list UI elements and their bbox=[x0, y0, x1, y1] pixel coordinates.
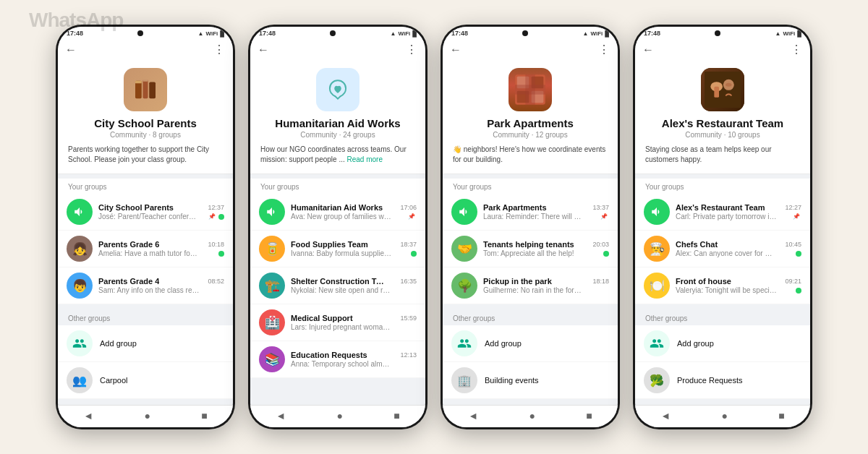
notch bbox=[137, 30, 143, 36]
more-options-button[interactable]: ⋮ bbox=[213, 43, 226, 56]
status-icons: ▲WiFi█ bbox=[198, 30, 224, 37]
phone-screen: 17:48 ▲WiFi█ ← ⋮ bbox=[635, 27, 810, 427]
group-preview: Valeryia: Tonight will be special! bbox=[676, 286, 777, 294]
community-header: Alex's Restaurant Team Community · 10 gr… bbox=[635, 61, 810, 174]
add-group-item[interactable]: Add group bbox=[443, 325, 618, 362]
community-name: Alex's Restaurant Team bbox=[645, 117, 800, 129]
community-description: How our NGO coordinates across teams. Ou… bbox=[260, 145, 415, 165]
group-item[interactable]: Alex's Restaurant Team 12:27 Carl: Priva… bbox=[635, 194, 810, 231]
other-groups-section: Other groups Add group 🏢 Building events bbox=[443, 309, 618, 399]
back-button[interactable]: ← bbox=[65, 43, 77, 56]
nav-recent-button[interactable]: ■ bbox=[778, 410, 784, 421]
status-bar: 17:48 ▲WiFi█ bbox=[443, 27, 618, 38]
group-name: Alex's Restaurant Team bbox=[676, 203, 765, 212]
group-item[interactable]: 👨‍🍳 Chefs Chat 10:45 Alex: Can anyone co… bbox=[635, 231, 810, 267]
group-item[interactable]: 🏥 Medical Support 15:59 Lars: Injured pr… bbox=[250, 304, 425, 341]
nav-back-button[interactable]: ◄ bbox=[660, 410, 671, 421]
scrollable-content[interactable]: Your groups City School Parents 12:37 Jo… bbox=[58, 179, 233, 405]
nav-back-button[interactable]: ◄ bbox=[468, 410, 478, 421]
svg-rect-0 bbox=[135, 81, 142, 99]
back-button[interactable]: ← bbox=[258, 43, 269, 56]
group-name: Chefs Chat bbox=[676, 240, 718, 249]
back-button[interactable]: ← bbox=[450, 43, 461, 56]
svg-rect-12 bbox=[705, 72, 741, 108]
more-options-button[interactable]: ⋮ bbox=[791, 43, 803, 56]
group-time: 09:21 bbox=[785, 278, 801, 285]
group-item[interactable]: City School Parents 12:37 José: Parent/T… bbox=[58, 194, 233, 231]
nav-home-button[interactable]: ● bbox=[336, 410, 342, 421]
group-name: Front of house bbox=[676, 277, 731, 286]
nav-recent-button[interactable]: ■ bbox=[393, 410, 399, 421]
your-groups-label: Your groups bbox=[250, 179, 425, 194]
group-item[interactable]: 🌳 Pickup in the park 18:18 Guilherme: No… bbox=[443, 267, 618, 304]
community-subtitle: Community · 12 groups bbox=[453, 131, 608, 139]
back-button[interactable]: ← bbox=[642, 43, 654, 56]
notch bbox=[330, 30, 336, 36]
group-list: Alex's Restaurant Team 12:27 Carl: Priva… bbox=[635, 194, 810, 304]
group-item[interactable]: 📚 Education Requests 12:13 Anna: Tempora… bbox=[250, 341, 425, 378]
more-options-button[interactable]: ⋮ bbox=[598, 43, 610, 56]
top-bar: ← ⋮ bbox=[443, 38, 618, 61]
group-preview: Ivanna: Baby formula supplies running ..… bbox=[291, 249, 392, 257]
group-name: Tenants helping tenants bbox=[483, 240, 574, 249]
other-groups-section: Other groups Add group 🥦 Produce Request… bbox=[635, 309, 810, 399]
group-time: 10:18 bbox=[208, 241, 224, 248]
bottom-navigation: ◄ ● ■ bbox=[58, 405, 233, 427]
group-item[interactable]: 🍽️ Front of house 09:21 Valeryia: Tonigh… bbox=[635, 267, 810, 304]
status-time: 17:48 bbox=[644, 30, 660, 37]
nav-back-button[interactable]: ◄ bbox=[83, 410, 93, 421]
group-item[interactable]: 🥫 Food Supplies Team 18:37 Ivanna: Baby … bbox=[250, 231, 425, 267]
group-preview: Sam: Any info on the class recital? bbox=[98, 286, 200, 294]
other-groups-section: Other groups Add group 👥 Carpool bbox=[58, 309, 233, 399]
group-item[interactable]: 👦 Parents Grade 4 08:52 Sam: Any info on… bbox=[58, 267, 233, 304]
read-more-link[interactable]: Read more bbox=[347, 155, 383, 163]
bottom-navigation: ◄ ● ■ bbox=[635, 405, 810, 427]
nav-home-button[interactable]: ● bbox=[529, 410, 535, 421]
group-preview: Amelia: Have a math tutor for the... bbox=[98, 249, 200, 257]
bottom-navigation: ◄ ● ■ bbox=[443, 405, 618, 427]
group-item[interactable]: 👧 Parents Grade 6 10:18 Amelia: Have a m… bbox=[58, 231, 233, 267]
group-time: 18:18 bbox=[592, 278, 609, 285]
scrollable-content[interactable]: Your groups Park Apartments 13:37 Laura:… bbox=[443, 179, 618, 405]
group-name: Medical Support bbox=[291, 314, 353, 322]
other-group-label: Produce Requests bbox=[677, 376, 743, 385]
group-item[interactable]: 🤝 Tenants helping tenants 20:03 Tom: App… bbox=[443, 231, 618, 267]
phones-container: 17:48 ▲WiFi█ ← ⋮ City School Parents bbox=[41, 10, 827, 444]
group-time: 10:45 bbox=[785, 241, 801, 248]
group-item[interactable]: Humanitarian Aid Works 17:06 Ava: New gr… bbox=[250, 194, 425, 231]
other-group-item[interactable]: 🏢 Building events bbox=[443, 362, 618, 399]
community-description: Staying close as a team helps keep our c… bbox=[645, 145, 800, 165]
group-name: Education Requests bbox=[291, 351, 367, 359]
your-groups-label: Your groups bbox=[635, 179, 810, 194]
add-group-item[interactable]: Add group bbox=[58, 325, 233, 362]
group-time: 16:35 bbox=[400, 278, 417, 285]
other-group-item[interactable]: 👥 Carpool bbox=[58, 362, 233, 399]
other-groups-label: Other groups bbox=[443, 309, 618, 325]
scrollable-content[interactable]: Your groups Humanitarian Aid Works 17:06… bbox=[250, 179, 425, 405]
group-time: 08:52 bbox=[208, 278, 224, 285]
group-time: 15:59 bbox=[400, 314, 417, 322]
other-group-avatar: 👥 bbox=[67, 367, 93, 393]
add-group-icon bbox=[451, 330, 477, 356]
nav-recent-button[interactable]: ■ bbox=[586, 410, 592, 421]
add-group-item[interactable]: Add group bbox=[635, 325, 810, 362]
group-item[interactable]: 🏗️ Shelter Construction Team 16:35 Nykol… bbox=[250, 267, 425, 304]
other-group-item[interactable]: 🥦 Produce Requests bbox=[635, 362, 810, 399]
nav-back-button[interactable]: ◄ bbox=[276, 410, 286, 421]
add-group-icon bbox=[644, 330, 670, 356]
group-preview: Laura: Reminder: There will be... bbox=[483, 213, 584, 220]
community-name: Park Apartments bbox=[453, 117, 608, 129]
community-description: Parents working together to support the … bbox=[68, 145, 223, 165]
nav-home-button[interactable]: ● bbox=[721, 410, 727, 421]
group-name: Humanitarian Aid Works bbox=[291, 203, 383, 212]
scrollable-content[interactable]: Your groups Alex's Restaurant Team 12:27… bbox=[635, 179, 810, 405]
more-options-button[interactable]: ⋮ bbox=[406, 43, 418, 56]
add-group-label: Add group bbox=[100, 339, 137, 348]
svg-point-16 bbox=[726, 83, 731, 87]
group-item[interactable]: Park Apartments 13:37 Laura: Reminder: T… bbox=[443, 194, 618, 231]
community-subtitle: Community · 24 groups bbox=[260, 131, 415, 139]
nav-recent-button[interactable]: ■ bbox=[201, 410, 207, 421]
nav-home-button[interactable]: ● bbox=[144, 410, 150, 421]
group-time: 12:37 bbox=[208, 204, 224, 211]
svg-rect-2 bbox=[149, 82, 156, 99]
